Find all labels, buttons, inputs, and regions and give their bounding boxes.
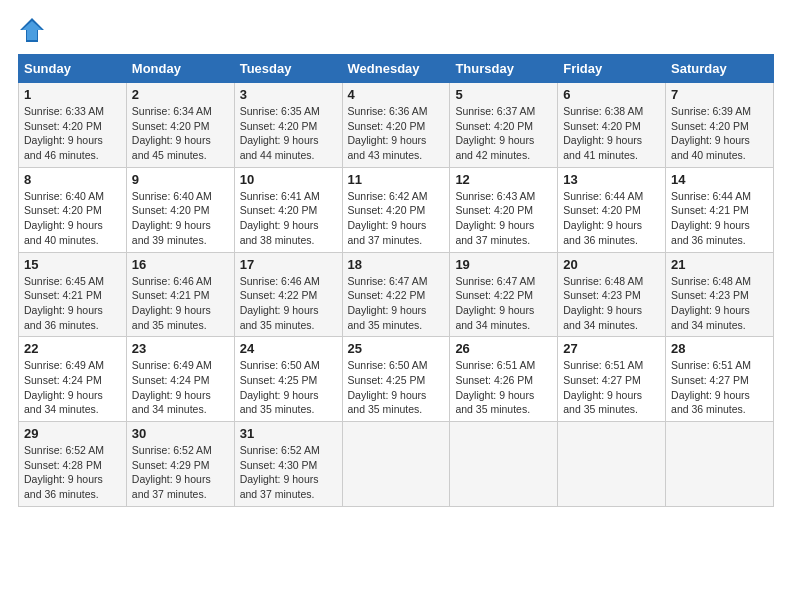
week-row-3: 15 Sunrise: 6:45 AMSunset: 4:21 PMDaylig… xyxy=(19,252,774,337)
day-info: Sunrise: 6:48 AMSunset: 4:23 PMDaylight:… xyxy=(563,275,643,331)
day-cell: 23 Sunrise: 6:49 AMSunset: 4:24 PMDaylig… xyxy=(126,337,234,422)
week-row-2: 8 Sunrise: 6:40 AMSunset: 4:20 PMDayligh… xyxy=(19,167,774,252)
day-info: Sunrise: 6:52 AMSunset: 4:28 PMDaylight:… xyxy=(24,444,104,500)
page: SundayMondayTuesdayWednesdayThursdayFrid… xyxy=(0,0,792,612)
day-number: 22 xyxy=(24,341,121,356)
day-cell: 9 Sunrise: 6:40 AMSunset: 4:20 PMDayligh… xyxy=(126,167,234,252)
header-cell-saturday: Saturday xyxy=(666,55,774,83)
day-info: Sunrise: 6:43 AMSunset: 4:20 PMDaylight:… xyxy=(455,190,535,246)
day-number: 16 xyxy=(132,257,229,272)
day-info: Sunrise: 6:35 AMSunset: 4:20 PMDaylight:… xyxy=(240,105,320,161)
day-number: 5 xyxy=(455,87,552,102)
day-number: 24 xyxy=(240,341,337,356)
day-cell: 27 Sunrise: 6:51 AMSunset: 4:27 PMDaylig… xyxy=(558,337,666,422)
day-cell: 15 Sunrise: 6:45 AMSunset: 4:21 PMDaylig… xyxy=(19,252,127,337)
day-number: 23 xyxy=(132,341,229,356)
day-number: 30 xyxy=(132,426,229,441)
header xyxy=(18,16,774,44)
day-cell: 25 Sunrise: 6:50 AMSunset: 4:25 PMDaylig… xyxy=(342,337,450,422)
day-cell: 16 Sunrise: 6:46 AMSunset: 4:21 PMDaylig… xyxy=(126,252,234,337)
day-cell: 4 Sunrise: 6:36 AMSunset: 4:20 PMDayligh… xyxy=(342,83,450,168)
day-number: 25 xyxy=(348,341,445,356)
day-info: Sunrise: 6:47 AMSunset: 4:22 PMDaylight:… xyxy=(455,275,535,331)
day-number: 4 xyxy=(348,87,445,102)
day-number: 31 xyxy=(240,426,337,441)
day-info: Sunrise: 6:49 AMSunset: 4:24 PMDaylight:… xyxy=(24,359,104,415)
day-number: 8 xyxy=(24,172,121,187)
day-info: Sunrise: 6:39 AMSunset: 4:20 PMDaylight:… xyxy=(671,105,751,161)
day-number: 15 xyxy=(24,257,121,272)
day-number: 9 xyxy=(132,172,229,187)
day-number: 11 xyxy=(348,172,445,187)
day-info: Sunrise: 6:48 AMSunset: 4:23 PMDaylight:… xyxy=(671,275,751,331)
day-cell: 11 Sunrise: 6:42 AMSunset: 4:20 PMDaylig… xyxy=(342,167,450,252)
day-cell: 8 Sunrise: 6:40 AMSunset: 4:20 PMDayligh… xyxy=(19,167,127,252)
day-number: 20 xyxy=(563,257,660,272)
calendar-header: SundayMondayTuesdayWednesdayThursdayFrid… xyxy=(19,55,774,83)
day-cell: 20 Sunrise: 6:48 AMSunset: 4:23 PMDaylig… xyxy=(558,252,666,337)
day-cell: 28 Sunrise: 6:51 AMSunset: 4:27 PMDaylig… xyxy=(666,337,774,422)
day-cell: 7 Sunrise: 6:39 AMSunset: 4:20 PMDayligh… xyxy=(666,83,774,168)
day-cell: 29 Sunrise: 6:52 AMSunset: 4:28 PMDaylig… xyxy=(19,422,127,507)
day-number: 7 xyxy=(671,87,768,102)
day-cell: 12 Sunrise: 6:43 AMSunset: 4:20 PMDaylig… xyxy=(450,167,558,252)
day-cell xyxy=(666,422,774,507)
day-cell: 31 Sunrise: 6:52 AMSunset: 4:30 PMDaylig… xyxy=(234,422,342,507)
day-info: Sunrise: 6:51 AMSunset: 4:26 PMDaylight:… xyxy=(455,359,535,415)
header-cell-tuesday: Tuesday xyxy=(234,55,342,83)
day-cell: 1 Sunrise: 6:33 AMSunset: 4:20 PMDayligh… xyxy=(19,83,127,168)
header-cell-thursday: Thursday xyxy=(450,55,558,83)
day-info: Sunrise: 6:44 AMSunset: 4:20 PMDaylight:… xyxy=(563,190,643,246)
day-cell xyxy=(450,422,558,507)
day-info: Sunrise: 6:52 AMSunset: 4:29 PMDaylight:… xyxy=(132,444,212,500)
day-cell xyxy=(342,422,450,507)
day-info: Sunrise: 6:51 AMSunset: 4:27 PMDaylight:… xyxy=(671,359,751,415)
day-cell: 18 Sunrise: 6:47 AMSunset: 4:22 PMDaylig… xyxy=(342,252,450,337)
day-cell: 3 Sunrise: 6:35 AMSunset: 4:20 PMDayligh… xyxy=(234,83,342,168)
day-number: 12 xyxy=(455,172,552,187)
week-row-4: 22 Sunrise: 6:49 AMSunset: 4:24 PMDaylig… xyxy=(19,337,774,422)
day-number: 21 xyxy=(671,257,768,272)
day-number: 27 xyxy=(563,341,660,356)
day-info: Sunrise: 6:46 AMSunset: 4:21 PMDaylight:… xyxy=(132,275,212,331)
day-cell: 10 Sunrise: 6:41 AMSunset: 4:20 PMDaylig… xyxy=(234,167,342,252)
day-cell: 26 Sunrise: 6:51 AMSunset: 4:26 PMDaylig… xyxy=(450,337,558,422)
day-cell: 30 Sunrise: 6:52 AMSunset: 4:29 PMDaylig… xyxy=(126,422,234,507)
day-number: 26 xyxy=(455,341,552,356)
day-info: Sunrise: 6:46 AMSunset: 4:22 PMDaylight:… xyxy=(240,275,320,331)
day-cell: 14 Sunrise: 6:44 AMSunset: 4:21 PMDaylig… xyxy=(666,167,774,252)
day-info: Sunrise: 6:50 AMSunset: 4:25 PMDaylight:… xyxy=(348,359,428,415)
day-number: 28 xyxy=(671,341,768,356)
day-info: Sunrise: 6:34 AMSunset: 4:20 PMDaylight:… xyxy=(132,105,212,161)
day-info: Sunrise: 6:45 AMSunset: 4:21 PMDaylight:… xyxy=(24,275,104,331)
day-info: Sunrise: 6:33 AMSunset: 4:20 PMDaylight:… xyxy=(24,105,104,161)
day-number: 1 xyxy=(24,87,121,102)
day-info: Sunrise: 6:38 AMSunset: 4:20 PMDaylight:… xyxy=(563,105,643,161)
day-info: Sunrise: 6:50 AMSunset: 4:25 PMDaylight:… xyxy=(240,359,320,415)
day-number: 19 xyxy=(455,257,552,272)
day-info: Sunrise: 6:51 AMSunset: 4:27 PMDaylight:… xyxy=(563,359,643,415)
day-info: Sunrise: 6:40 AMSunset: 4:20 PMDaylight:… xyxy=(132,190,212,246)
header-row: SundayMondayTuesdayWednesdayThursdayFrid… xyxy=(19,55,774,83)
logo-icon xyxy=(18,16,46,44)
day-info: Sunrise: 6:49 AMSunset: 4:24 PMDaylight:… xyxy=(132,359,212,415)
calendar-body: 1 Sunrise: 6:33 AMSunset: 4:20 PMDayligh… xyxy=(19,83,774,507)
day-cell: 2 Sunrise: 6:34 AMSunset: 4:20 PMDayligh… xyxy=(126,83,234,168)
day-number: 18 xyxy=(348,257,445,272)
day-cell: 17 Sunrise: 6:46 AMSunset: 4:22 PMDaylig… xyxy=(234,252,342,337)
svg-marker-1 xyxy=(22,21,42,40)
day-number: 2 xyxy=(132,87,229,102)
header-cell-monday: Monday xyxy=(126,55,234,83)
day-info: Sunrise: 6:37 AMSunset: 4:20 PMDaylight:… xyxy=(455,105,535,161)
day-number: 3 xyxy=(240,87,337,102)
header-cell-friday: Friday xyxy=(558,55,666,83)
day-info: Sunrise: 6:36 AMSunset: 4:20 PMDaylight:… xyxy=(348,105,428,161)
day-cell: 13 Sunrise: 6:44 AMSunset: 4:20 PMDaylig… xyxy=(558,167,666,252)
day-info: Sunrise: 6:41 AMSunset: 4:20 PMDaylight:… xyxy=(240,190,320,246)
header-cell-sunday: Sunday xyxy=(19,55,127,83)
day-number: 10 xyxy=(240,172,337,187)
day-cell: 5 Sunrise: 6:37 AMSunset: 4:20 PMDayligh… xyxy=(450,83,558,168)
day-info: Sunrise: 6:52 AMSunset: 4:30 PMDaylight:… xyxy=(240,444,320,500)
calendar-table: SundayMondayTuesdayWednesdayThursdayFrid… xyxy=(18,54,774,507)
day-info: Sunrise: 6:47 AMSunset: 4:22 PMDaylight:… xyxy=(348,275,428,331)
